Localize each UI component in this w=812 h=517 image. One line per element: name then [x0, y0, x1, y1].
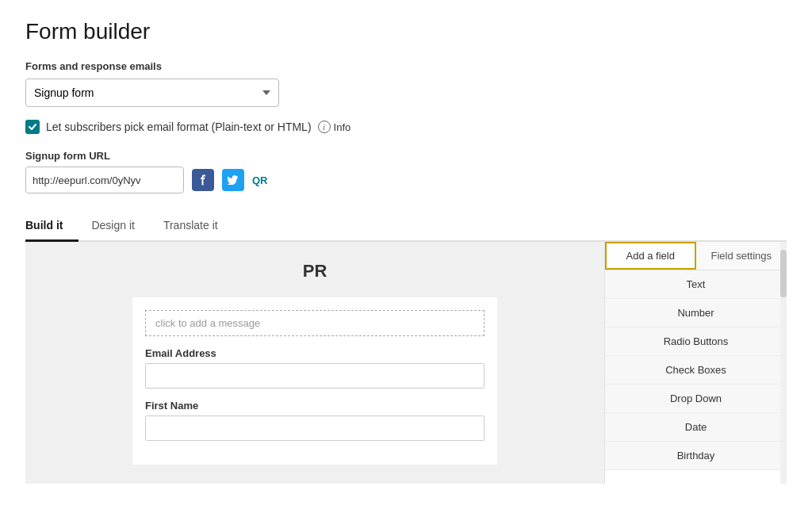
field-type-date[interactable]: Date: [605, 413, 787, 442]
tab-build-it[interactable]: Build it: [25, 211, 79, 242]
email-field-label: Email Address: [145, 347, 485, 359]
panel-tab-add-field[interactable]: Add a field: [605, 242, 696, 270]
field-type-check-boxes[interactable]: Check Boxes: [605, 356, 787, 385]
page-title: Form builder: [25, 19, 787, 44]
field-type-list: Text Number Radio Buttons Check Boxes Dr…: [605, 270, 787, 470]
message-placeholder[interactable]: click to add a message: [145, 310, 485, 336]
panel-tabs: Add a field Field settings: [605, 242, 787, 270]
url-label: Signup form URL: [25, 150, 787, 162]
firstname-field-label: First Name: [145, 400, 485, 412]
main-content: PR click to add a message Email Address …: [25, 242, 787, 484]
scrollbar-track: [780, 242, 787, 484]
form-preview-area: PR click to add a message Email Address …: [25, 242, 604, 484]
field-type-text[interactable]: Text: [605, 270, 787, 299]
qr-button[interactable]: QR: [252, 174, 268, 186]
field-type-radio-buttons[interactable]: Radio Buttons: [605, 327, 787, 356]
email-format-checkbox[interactable]: [25, 120, 40, 134]
email-format-label: Let subscribers pick email format (Plain…: [46, 121, 312, 133]
email-field-input[interactable]: [145, 363, 485, 389]
url-section: Signup form URL QR: [25, 150, 787, 193]
right-panel: Add a field Field settings Text Number R…: [604, 242, 787, 484]
page-container: Form builder Forms and response emails S…: [0, 0, 812, 517]
info-button[interactable]: i Info: [318, 121, 351, 133]
firstname-field-input[interactable]: [145, 416, 485, 441]
facebook-icon[interactable]: [192, 169, 214, 191]
field-type-drop-down[interactable]: Drop Down: [605, 385, 787, 413]
form-preview-title: PR: [303, 261, 327, 281]
forms-label: Forms and response emails: [25, 60, 787, 72]
url-row: QR: [25, 167, 787, 193]
tab-design-it[interactable]: Design it: [91, 211, 150, 242]
field-type-birthday[interactable]: Birthday: [605, 442, 787, 470]
scrollbar-thumb[interactable]: [780, 250, 787, 297]
form-inner: click to add a message Email Address Fir…: [132, 297, 497, 465]
tab-translate-it[interactable]: Translate it: [163, 211, 234, 242]
panel-tab-field-settings[interactable]: Field settings: [696, 242, 787, 270]
info-label: Info: [334, 121, 351, 133]
field-type-number[interactable]: Number: [605, 299, 787, 327]
twitter-icon[interactable]: [222, 169, 244, 191]
info-icon: i: [318, 121, 331, 133]
email-format-row: Let subscribers pick email format (Plain…: [25, 120, 787, 134]
tabs-row: Build it Design it Translate it: [25, 211, 787, 242]
url-input[interactable]: [25, 167, 184, 193]
forms-dropdown[interactable]: Signup form Confirmation email Goodbye e…: [25, 79, 279, 107]
